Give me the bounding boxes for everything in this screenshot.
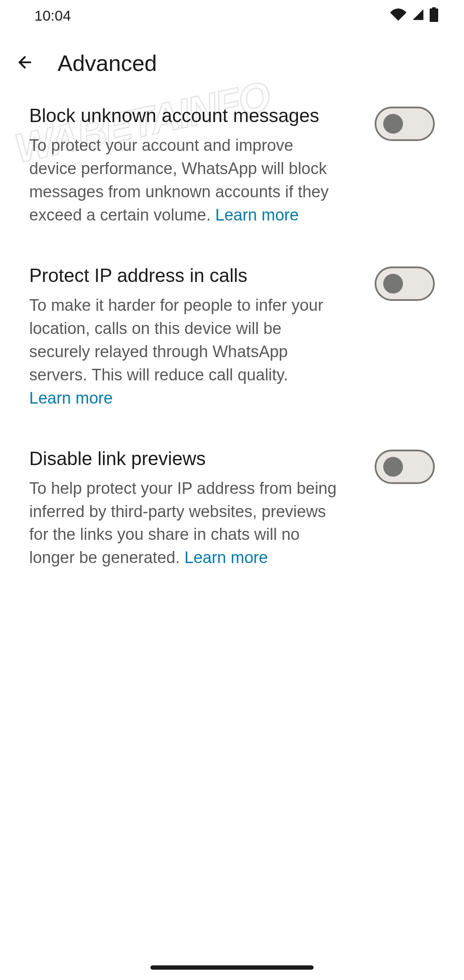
- setting-text-block: Block unknown account messages To protec…: [29, 105, 375, 227]
- page-title: Advanced: [58, 50, 157, 76]
- setting-description: To make it harder for people to infer yo…: [29, 294, 340, 410]
- back-button[interactable]: [15, 52, 36, 74]
- setting-block-unknown[interactable]: Block unknown account messages To protec…: [29, 95, 435, 248]
- nav-handle[interactable]: [150, 965, 314, 970]
- learn-more-link[interactable]: Learn more: [184, 548, 268, 567]
- toggle-protect-ip[interactable]: [375, 266, 435, 301]
- setting-title: Disable link previews: [29, 448, 340, 469]
- toggle-knob: [383, 274, 403, 294]
- setting-title: Block unknown account messages: [29, 105, 340, 126]
- status-bar: 10:04: [0, 0, 464, 31]
- status-time: 10:04: [34, 7, 71, 24]
- battery-icon: [430, 7, 438, 24]
- settings-list: Block unknown account messages To protec…: [0, 95, 464, 591]
- arrow-left-icon: [15, 52, 35, 74]
- learn-more-link[interactable]: Learn more: [29, 389, 113, 407]
- setting-disable-previews[interactable]: Disable link previews To help protect yo…: [29, 432, 435, 591]
- app-bar: Advanced: [0, 31, 464, 95]
- setting-text-block: Protect IP address in calls To make it h…: [29, 265, 375, 410]
- toggle-knob: [383, 457, 403, 477]
- signal-icon: [412, 8, 424, 23]
- toggle-disable-previews[interactable]: [375, 450, 435, 484]
- setting-description: To protect your account and improve devi…: [29, 134, 340, 227]
- status-icons: [390, 7, 438, 24]
- setting-protect-ip[interactable]: Protect IP address in calls To make it h…: [29, 248, 435, 432]
- setting-title: Protect IP address in calls: [29, 265, 340, 286]
- toggle-knob: [383, 114, 403, 134]
- setting-description: To help protect your IP address from bei…: [29, 477, 340, 570]
- toggle-block-unknown[interactable]: [375, 107, 435, 141]
- setting-text-block: Disable link previews To help protect yo…: [29, 448, 375, 570]
- learn-more-link[interactable]: Learn more: [215, 206, 299, 224]
- wifi-icon: [390, 8, 406, 23]
